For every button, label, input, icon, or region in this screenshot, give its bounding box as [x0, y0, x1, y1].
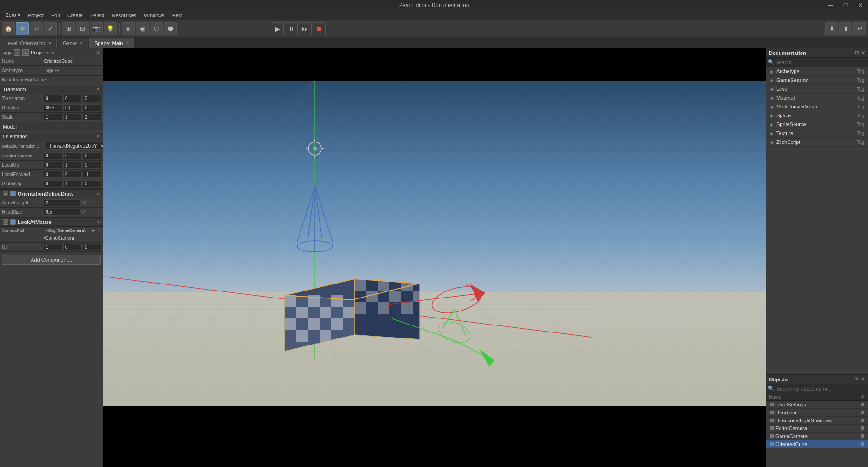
look-at-mouse-checkbox[interactable]: ✓: [3, 219, 8, 225]
transform-header[interactable]: Transform ✕: [0, 84, 103, 94]
viewport-scene[interactable]: [103, 81, 766, 406]
tab-level-close[interactable]: ✕: [48, 41, 52, 46]
tool-translate[interactable]: ✛: [16, 22, 29, 35]
menu-project[interactable]: Project: [24, 12, 47, 19]
maximize-button[interactable]: □: [838, 0, 853, 10]
tool-snap[interactable]: ⊞: [62, 22, 75, 35]
play-button[interactable]: ▶: [271, 22, 284, 35]
objects-search-input[interactable]: [776, 386, 866, 392]
library-item-material[interactable]: ◈ Material Tag: [766, 94, 868, 102]
local-forward-y[interactable]: [63, 171, 82, 178]
scale-y[interactable]: [63, 114, 82, 121]
translation-x[interactable]: [44, 95, 62, 102]
obj-editorcamera[interactable]: EditorCamera: [766, 425, 868, 433]
tool-camera[interactable]: 📷: [90, 22, 103, 35]
orientation-debug-checkbox[interactable]: ✓: [3, 191, 8, 196]
tool-rotate[interactable]: ↻: [30, 22, 43, 35]
tab-space-close[interactable]: ✕: [126, 41, 129, 46]
tool-select[interactable]: 🏠: [2, 22, 15, 35]
local-up-x[interactable]: [44, 162, 62, 169]
obj-levelsettings[interactable]: LevelSettings: [766, 401, 868, 409]
tool-extra3[interactable]: ⬡: [150, 22, 163, 35]
tool-extra4[interactable]: ⬢: [164, 22, 177, 35]
up-z[interactable]: [83, 244, 101, 250]
up-x[interactable]: [44, 244, 62, 250]
local-up-z[interactable]: [83, 162, 101, 169]
library-item-gamesession[interactable]: ◈ GameSession Tag: [766, 76, 868, 85]
library-item-texture[interactable]: ◈ Texture Tag: [766, 129, 868, 138]
default-orient-select[interactable]: ForwardNegativeZUpY: [46, 142, 103, 150]
local-orient-z[interactable]: [83, 152, 101, 159]
archetype-nav-left[interactable]: ◀: [46, 68, 49, 74]
orientation-debug-close[interactable]: ✕: [96, 191, 100, 196]
add-component-button[interactable]: Add Component...: [2, 255, 101, 265]
look-at-mouse-close[interactable]: ✕: [96, 220, 100, 225]
library-item-spritesource[interactable]: ◈ SpriteSource Tag: [766, 120, 868, 129]
translation-y[interactable]: [63, 95, 82, 102]
tool-upload[interactable]: ⬆: [839, 22, 852, 35]
obj-gamecamera[interactable]: GameCamera: [766, 433, 868, 440]
menu-windows[interactable]: Windows: [140, 12, 168, 19]
local-orient-x[interactable]: [44, 152, 62, 159]
menu-select[interactable]: Select: [87, 12, 108, 19]
obj-directionallightshadows[interactable]: DirectionalLightShadows: [766, 417, 868, 425]
head-size-reset[interactable]: ↺: [82, 210, 86, 215]
library-item-archetype[interactable]: ◈ Archetype Tag: [766, 67, 868, 76]
tab-game-close[interactable]: ✕: [80, 41, 83, 46]
objects-close[interactable]: ✕: [861, 376, 865, 382]
camera-path-reset[interactable]: ↺: [97, 228, 101, 233]
up-y[interactable]: [63, 244, 82, 250]
model-header[interactable]: Model: [0, 122, 103, 131]
menu-help[interactable]: Help: [168, 12, 187, 19]
archetype-nav-add[interactable]: ⊕: [55, 68, 59, 74]
arrow-length-input[interactable]: [44, 199, 81, 206]
look-at-mouse-enabled[interactable]: [10, 219, 16, 225]
camera-path-nav[interactable]: ▶: [92, 228, 95, 233]
tool-extra2[interactable]: ◉: [136, 22, 149, 35]
transform-close[interactable]: ✕: [96, 86, 100, 92]
scale-x[interactable]: [44, 114, 62, 121]
minimize-button[interactable]: ─: [823, 0, 838, 10]
archetype-nav-right[interactable]: ▶: [50, 68, 54, 74]
tool-scale[interactable]: ⤢: [44, 22, 57, 35]
library-icon-grid[interactable]: ⊞: [855, 50, 859, 56]
rotation-x[interactable]: [44, 104, 62, 111]
global-up-x[interactable]: [44, 180, 62, 187]
rotation-z[interactable]: [83, 104, 101, 111]
pause-button[interactable]: ⏸: [285, 22, 298, 35]
tool-extra1[interactable]: ◈: [122, 22, 135, 35]
library-item-zilchscript[interactable]: ◈ ZilchScript Tag: [766, 138, 868, 147]
menu-edit[interactable]: Edit: [47, 12, 64, 19]
tab-game[interactable]: Game ✕: [58, 38, 88, 48]
menu-zero[interactable]: Zero ▾: [2, 11, 24, 19]
local-forward-x[interactable]: [44, 171, 62, 178]
library-close[interactable]: ✕: [861, 50, 865, 56]
properties-tab-label[interactable]: Properties: [31, 50, 94, 55]
close-button[interactable]: ✕: [853, 0, 868, 10]
head-size-input[interactable]: [44, 209, 81, 216]
global-up-y[interactable]: [63, 180, 82, 187]
library-item-space[interactable]: ◈ Space Tag: [766, 111, 868, 120]
tab-level-orientation[interactable]: Level: Orientation ✕: [0, 38, 57, 48]
look-at-mouse-header[interactable]: ✓ LookAtMouse ✕: [0, 217, 103, 227]
orientation-close[interactable]: ✕: [96, 133, 100, 139]
orientation-header[interactable]: Orientation ✕: [0, 131, 103, 141]
scale-z[interactable]: [83, 114, 101, 121]
translation-z[interactable]: [83, 95, 101, 102]
obj-orientedcube[interactable]: OrientedCube: [766, 440, 868, 448]
local-forward-z[interactable]: [83, 171, 101, 178]
tool-grid[interactable]: ⊟: [76, 22, 89, 35]
viewport[interactable]: [103, 48, 766, 467]
properties-close[interactable]: ✕: [96, 50, 100, 56]
tab-space-main[interactable]: Space: Main ✕: [89, 38, 134, 48]
library-item-multiconvexmesh[interactable]: ◈ MultiConvexMesh Tag: [766, 102, 868, 111]
orientation-debug-header[interactable]: ✓ OrientationDebugDraw ✕: [0, 189, 103, 198]
library-search-input[interactable]: [776, 60, 866, 65]
rotation-y[interactable]: [63, 104, 82, 111]
menu-create[interactable]: Create: [64, 12, 87, 19]
orientation-debug-enabled[interactable]: [10, 191, 16, 196]
obj-renderer[interactable]: Renderer: [766, 409, 868, 417]
library-item-level[interactable]: ◈ Level Tag: [766, 85, 868, 94]
global-up-z[interactable]: [83, 180, 101, 187]
tool-light[interactable]: 💡: [104, 22, 117, 35]
